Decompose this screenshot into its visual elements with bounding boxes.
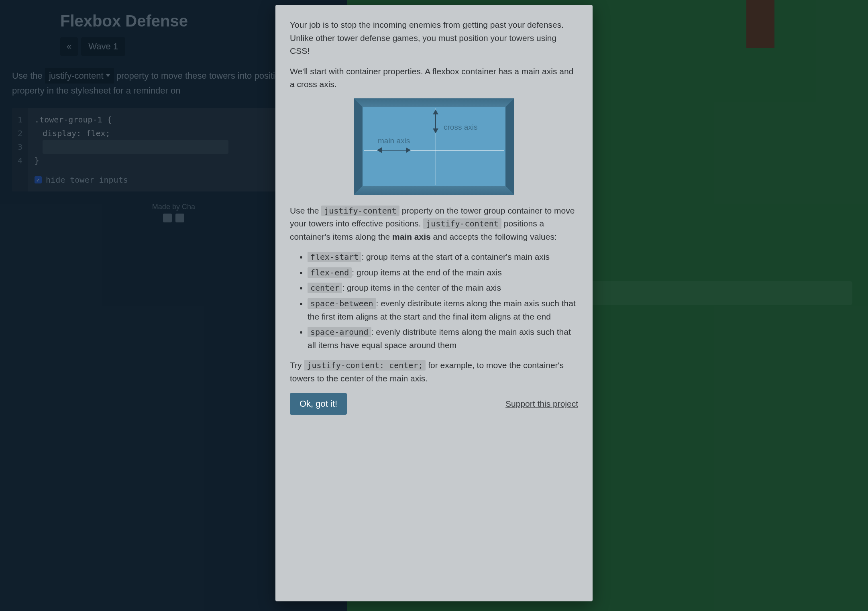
modal-intro-2: We'll start with container properties. A… bbox=[290, 65, 578, 91]
modal-overlay: Your job is to stop the incoming enemies… bbox=[0, 0, 868, 611]
value-list: flex-start: group items at the start of … bbox=[308, 251, 578, 352]
code-justify-content: justify-content bbox=[423, 218, 501, 229]
cross-axis-label: cross axis bbox=[444, 121, 477, 133]
list-item: flex-start: group items at the start of … bbox=[308, 251, 578, 264]
modal-actions: Ok, got it! Support this project bbox=[290, 393, 578, 415]
code-value: space-between bbox=[308, 298, 376, 309]
code-justify-content: justify-content bbox=[321, 206, 399, 216]
modal-body-1: Use the justify-content property on the … bbox=[290, 204, 578, 244]
axis-diagram: main axis cross axis bbox=[290, 98, 578, 195]
code-value: space-around bbox=[308, 327, 371, 337]
support-link[interactable]: Support this project bbox=[505, 397, 578, 411]
code-value: flex-start bbox=[308, 252, 361, 262]
tutorial-modal: Your job is to stop the incoming enemies… bbox=[275, 5, 593, 601]
list-item: center: group items in the center of the… bbox=[308, 281, 578, 295]
modal-body-2: Try justify-content: center; for example… bbox=[290, 359, 578, 385]
list-item: space-between: evenly distribute items a… bbox=[308, 297, 578, 323]
list-item: space-around: evenly distribute items al… bbox=[308, 326, 578, 352]
code-example: justify-content: center; bbox=[304, 360, 426, 371]
main-axis-arrow bbox=[378, 150, 410, 151]
modal-intro-1: Your job is to stop the incoming enemies… bbox=[290, 18, 578, 58]
list-item: flex-end: group items at the end of the … bbox=[308, 266, 578, 279]
ok-button[interactable]: Ok, got it! bbox=[290, 393, 347, 415]
cross-axis-arrow bbox=[435, 110, 436, 132]
code-value: flex-end bbox=[308, 267, 352, 278]
main-axis-label: main axis bbox=[378, 135, 410, 147]
code-value: center bbox=[308, 283, 342, 293]
